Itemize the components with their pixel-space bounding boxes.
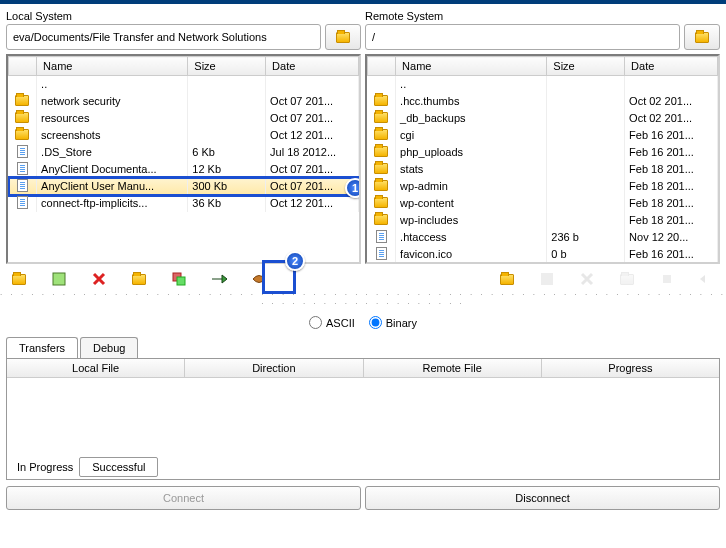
th-local[interactable]: Local File xyxy=(7,359,185,377)
col-icon[interactable] xyxy=(9,57,37,76)
cell-name: AnyClient Documenta... xyxy=(37,161,188,178)
remote-path-input[interactable] xyxy=(365,24,680,50)
th-direction[interactable]: Direction xyxy=(185,359,363,377)
table-row[interactable]: network securityOct 07 201... xyxy=(9,93,359,110)
cell-date: Feb 16 201... xyxy=(625,246,718,263)
svg-rect-4 xyxy=(663,275,671,283)
table-row[interactable]: AnyClient User Manu...300 KbOct 07 201..… xyxy=(9,178,359,195)
table-row[interactable]: wp-contentFeb 18 201... xyxy=(368,195,718,212)
refresh-button[interactable] xyxy=(170,270,188,288)
local-file-grid[interactable]: Name Size Date ..network securityOct 07 … xyxy=(6,54,361,264)
file-icon xyxy=(17,179,28,192)
cell-name: resources xyxy=(37,110,188,127)
remote-file-grid[interactable]: Name Size Date ...hcc.thumbsOct 02 201..… xyxy=(365,54,720,264)
table-row[interactable]: php_uploadsFeb 16 201... xyxy=(368,144,718,161)
remote-edit-button xyxy=(538,270,556,288)
cell-size xyxy=(547,76,625,93)
cell-size: 12 Kb xyxy=(188,161,266,178)
col-size[interactable]: Size xyxy=(188,57,266,76)
cell-name: _db_backups xyxy=(396,110,547,127)
cell-date: Oct 12 201... xyxy=(266,127,359,144)
cell-name: .htaccess xyxy=(396,229,547,246)
local-browse-button[interactable] xyxy=(325,24,361,50)
svg-rect-3 xyxy=(541,273,553,285)
table-row[interactable]: screenshotsOct 12 201... xyxy=(9,127,359,144)
disconnect-button[interactable]: Disconnect xyxy=(365,486,720,510)
upload-button[interactable] xyxy=(210,270,228,288)
col-icon[interactable] xyxy=(368,57,396,76)
folder-icon xyxy=(374,129,388,140)
cell-date: Oct 07 201... xyxy=(266,110,359,127)
remote-browse-button[interactable] xyxy=(684,24,720,50)
folder-icon xyxy=(132,274,146,285)
cell-name: connect-ftp-implicits... xyxy=(37,195,188,212)
remote-title: Remote System xyxy=(365,8,720,24)
edit-button[interactable] xyxy=(50,270,68,288)
cell-name: network security xyxy=(37,93,188,110)
table-row[interactable]: cgiFeb 16 201... xyxy=(368,127,718,144)
tab-debug[interactable]: Debug xyxy=(80,337,138,358)
table-row[interactable]: .htaccess236 bNov 12 20... xyxy=(368,229,718,246)
local-path-input[interactable] xyxy=(6,24,321,50)
cell-size xyxy=(547,127,625,144)
cell-date: Feb 18 201... xyxy=(625,178,718,195)
folder-icon xyxy=(374,214,388,225)
subtab-successful[interactable]: Successful xyxy=(79,457,158,477)
folder-icon xyxy=(12,274,26,285)
delete-button[interactable] xyxy=(90,270,108,288)
cell-date: Jul 18 2012... xyxy=(266,144,359,161)
table-row[interactable]: wp-adminFeb 18 201... xyxy=(368,178,718,195)
local-title: Local System xyxy=(6,8,361,24)
table-row[interactable]: .. xyxy=(368,76,718,93)
cell-date: Oct 12 201... xyxy=(266,195,359,212)
cell-date: Feb 18 201... xyxy=(625,161,718,178)
table-row[interactable]: favicon.ico0 bFeb 16 201... xyxy=(368,246,718,263)
ascii-radio[interactable]: ASCII xyxy=(309,316,355,329)
table-row[interactable]: .. xyxy=(9,76,359,93)
new-folder-button[interactable] xyxy=(10,270,28,288)
col-date[interactable]: Date xyxy=(266,57,359,76)
rename-button[interactable] xyxy=(130,270,148,288)
archive-button[interactable] xyxy=(250,270,268,288)
table-row[interactable]: _db_backupsOct 02 201... xyxy=(368,110,718,127)
cell-size: 0 b xyxy=(547,246,625,263)
binary-label: Binary xyxy=(386,317,417,329)
cell-name: wp-content xyxy=(396,195,547,212)
table-row[interactable]: .DS_Store6 KbJul 18 2012... xyxy=(9,144,359,161)
connect-button[interactable]: Connect xyxy=(6,486,361,510)
folder-icon xyxy=(374,163,388,174)
cell-size: 36 Kb xyxy=(188,195,266,212)
cell-date: Feb 16 201... xyxy=(625,127,718,144)
svg-rect-2 xyxy=(177,277,185,285)
cell-size xyxy=(547,110,625,127)
transfer-queue: Local File Direction Remote File Progres… xyxy=(6,358,720,480)
cell-date xyxy=(266,76,359,93)
remote-new-folder-button[interactable] xyxy=(498,270,516,288)
file-icon xyxy=(17,196,28,209)
th-remote[interactable]: Remote File xyxy=(364,359,542,377)
table-row[interactable]: .hcc.thumbsOct 02 201... xyxy=(368,93,718,110)
table-row[interactable]: AnyClient Documenta...12 KbOct 07 201... xyxy=(9,161,359,178)
col-size[interactable]: Size xyxy=(547,57,625,76)
col-date[interactable]: Date xyxy=(625,57,718,76)
cell-size xyxy=(547,161,625,178)
folder-icon xyxy=(374,197,388,208)
table-row[interactable]: connect-ftp-implicits...36 KbOct 12 201.… xyxy=(9,195,359,212)
folder-icon xyxy=(15,95,29,106)
subtab-inprogress[interactable]: In Progress xyxy=(11,457,79,477)
cell-size xyxy=(547,212,625,229)
col-name[interactable]: Name xyxy=(396,57,547,76)
tab-transfers[interactable]: Transfers xyxy=(6,337,78,358)
cell-date: Feb 18 201... xyxy=(625,195,718,212)
binary-radio[interactable]: Binary xyxy=(369,316,417,329)
th-progress[interactable]: Progress xyxy=(542,359,719,377)
table-row[interactable]: wp-includesFeb 18 201... xyxy=(368,212,718,229)
cell-size: 300 Kb xyxy=(188,178,266,195)
folder-icon xyxy=(620,274,634,285)
table-row[interactable]: resourcesOct 07 201... xyxy=(9,110,359,127)
remote-panel: Remote System Name Size Date ...hcc.thum… xyxy=(365,8,720,264)
table-row[interactable]: statsFeb 18 201... xyxy=(368,161,718,178)
cell-size xyxy=(547,195,625,212)
cell-size xyxy=(188,76,266,93)
col-name[interactable]: Name xyxy=(37,57,188,76)
